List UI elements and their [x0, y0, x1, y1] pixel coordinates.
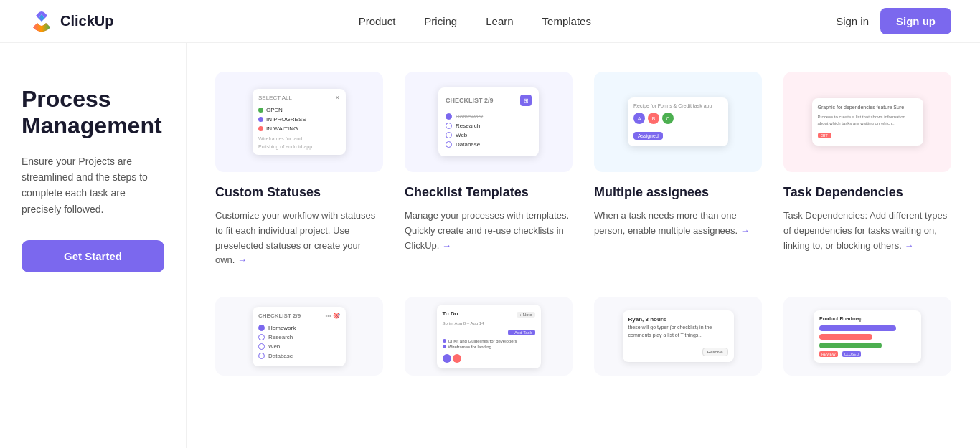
sprint-avatar-2: [453, 354, 461, 363]
status-inprogress-dot: [258, 117, 263, 122]
custom-statuses-desc: Customize your workflow with statuses to…: [215, 209, 383, 268]
navbar: ClickUp Product Pricing Learn Templates …: [0, 0, 980, 43]
nav-actions: Sign in Sign up: [836, 8, 951, 34]
sprint-avatar-1: [443, 354, 451, 363]
checklist-templates-desc: Manage your processes with templates. Qu…: [405, 209, 573, 253]
multiple-assignees-link[interactable]: →: [740, 224, 750, 239]
custom-statuses-title: Custom Statuses: [215, 185, 383, 200]
page-title: Process Management: [22, 86, 164, 139]
avatar-1: A: [633, 113, 645, 124]
avatar-3: C: [662, 113, 674, 124]
svg-text:C: C: [666, 116, 669, 121]
logo[interactable]: ClickUp: [29, 9, 113, 34]
bottom-previews: CHECKLIST 2/9 ••• 🎯 Homework Research We…: [215, 297, 951, 376]
signup-button[interactable]: Sign up: [880, 8, 951, 34]
assignees-preview: Recipe for Forms & Credit task app A B C…: [594, 72, 762, 172]
sidebar: Process Management Ensure your Projects …: [0, 43, 187, 448]
bottom-sprint-preview: To Do + Note Sprint Aug 8 – Aug 14 + Add…: [405, 297, 573, 376]
bottom-comment-preview: Ryan, 3 hours these will go typer (or ch…: [594, 297, 762, 376]
logo-icon: [29, 9, 55, 34]
svg-text:A: A: [638, 116, 641, 121]
nav-templates[interactable]: Templates: [542, 15, 591, 27]
multiple-assignees-desc: When a task needs more than one person, …: [594, 209, 762, 239]
get-started-button[interactable]: Get Started: [22, 240, 164, 272]
mock-resolve-button[interactable]: Resolve: [702, 348, 728, 356]
task-dependencies-title: Task Dependencies: [783, 185, 951, 200]
features-grid: SELECT ALL ✕ OPEN IN PROGRESS: [215, 72, 951, 268]
custom-statuses-link[interactable]: →: [237, 253, 247, 268]
roadmap-bar-2: [819, 334, 872, 340]
svg-text:B: B: [652, 116, 656, 121]
page-body: Process Management Ensure your Projects …: [0, 43, 980, 448]
feature-task-dependencies: Graphic for dependencies feature Sure Pr…: [783, 72, 951, 268]
svg-point-6: [443, 354, 451, 363]
feature-custom-statuses: SELECT ALL ✕ OPEN IN PROGRESS: [215, 72, 383, 268]
feature-checklist-templates: CHECKLIST 2/9 ⊞ Homework Research: [405, 72, 573, 268]
mock-dependencies-ui: Graphic for dependencies feature Sure Pr…: [812, 98, 923, 146]
checklist-templates-link[interactable]: →: [442, 239, 451, 254]
bottom-roadmap-preview: Product Roadmap REVIEW CLOSED: [783, 297, 951, 376]
svg-point-7: [453, 354, 461, 363]
task-dependencies-desc: Task Dependencies: Add different types o…: [783, 209, 951, 253]
custom-statuses-preview: SELECT ALL ✕ OPEN IN PROGRESS: [215, 72, 383, 172]
mock-checklist-ui: CHECKLIST 2/9 ⊞ Homework Research: [438, 87, 539, 156]
logo-text: ClickUp: [60, 13, 113, 29]
mock-statuses-ui: SELECT ALL ✕ OPEN IN PROGRESS: [253, 89, 346, 155]
nav-pricing[interactable]: Pricing: [424, 15, 457, 27]
checklist-preview: CHECKLIST 2/9 ⊞ Homework Research: [405, 72, 573, 172]
status-done-dot: [258, 126, 263, 131]
bottom-checklist-preview: CHECKLIST 2/9 ••• 🎯 Homework Research We…: [215, 297, 383, 376]
nav-links: Product Pricing Learn Templates: [359, 15, 591, 27]
nav-learn[interactable]: Learn: [486, 15, 513, 27]
roadmap-bar-1: [819, 325, 896, 331]
mock-assignee-button[interactable]: Assigned: [633, 132, 663, 140]
checklist-templates-title: Checklist Templates: [405, 185, 573, 200]
signin-button[interactable]: Sign in: [836, 15, 869, 27]
dependencies-preview: Graphic for dependencies feature Sure Pr…: [783, 72, 951, 172]
multiple-assignees-title: Multiple assignees: [594, 185, 762, 200]
avatar-2: B: [648, 113, 659, 124]
sidebar-description: Ensure your Projects are streamlined and…: [22, 153, 164, 218]
mock-assignees-ui: Recipe for Forms & Credit task app A B C…: [628, 97, 728, 146]
roadmap-bar-3: [819, 343, 882, 348]
nav-product[interactable]: Product: [359, 15, 396, 27]
feature-multiple-assignees: Recipe for Forms & Credit task app A B C…: [594, 72, 762, 268]
main-content: SELECT ALL ✕ OPEN IN PROGRESS: [187, 43, 980, 448]
status-open-dot: [258, 108, 263, 113]
task-dependencies-link[interactable]: →: [904, 239, 913, 254]
